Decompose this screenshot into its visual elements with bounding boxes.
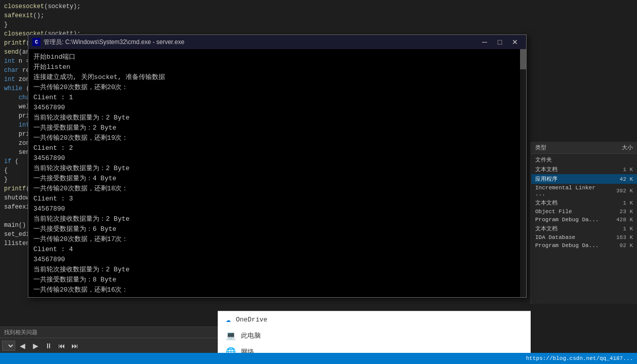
file-panel: 类型 大小 文件夹 文本文档 1 K 应用程序 42 K Incremental… [531, 142, 637, 304]
file-item-object[interactable]: Object File 23 K [531, 208, 637, 216]
file-item-text2[interactable]: 文本文档 1 K [531, 198, 637, 208]
scrollbar-thumb[interactable] [520, 49, 526, 69]
cmd-line-4: 一共传输20次数据，还剩20次： [33, 83, 521, 93]
file-item-linker[interactable]: Incremental Linker ... 392 K [531, 184, 637, 198]
cmd-line-11: 34567890 [33, 153, 521, 164]
cmd-line-8: 一共接受数据量为：2 Byte [33, 123, 521, 133]
file-tree-pc[interactable]: 💻 此电脑 [218, 328, 531, 344]
cmd-line-14: 一共传输20次数据，还剩18次： [33, 184, 521, 194]
toolbar-select[interactable] [2, 341, 15, 351]
minimize-button[interactable]: ─ [477, 36, 492, 48]
file-item-app[interactable]: 应用程序 42 K [531, 174, 637, 184]
toolbar-btn-1[interactable]: ◀ [16, 340, 28, 351]
pc-icon: 💻 [226, 331, 236, 341]
cmd-line-17: 当前轮次接收数据量为：2 Byte [33, 214, 521, 224]
toolbar-btn-4[interactable]: ⏮ [56, 340, 68, 351]
cmd-line-7: 当前轮次接收数据量为：2 Byte [33, 113, 521, 123]
cmd-line-21: 34567890 [33, 255, 521, 265]
cmd-line-18: 一共接受数据量为：6 Byte [33, 224, 521, 234]
cmd-line-23: 一共接受数据量为：8 Byte [33, 275, 521, 285]
file-item-pdb2[interactable]: Program Debug Da... 92 K [531, 241, 637, 250]
cmd-line-6: 34567890 [33, 103, 521, 113]
bottom-toolbar: ◀ ▶ ⏸ ⏮ ⏭ [0, 338, 218, 353]
file-tree-onedrive[interactable]: ☁ OneDrive [218, 311, 531, 328]
cmd-icon: C [32, 38, 41, 46]
maximize-button[interactable]: □ [493, 36, 507, 48]
toolbar-btn-5[interactable]: ⏭ [69, 340, 81, 351]
cmd-line-15: Client : 3 [33, 194, 521, 204]
cmd-line-12: 当前轮次接收数据量为：2 Byte [33, 164, 521, 174]
cmd-content[interactable]: 开始bind端口 开始listen 连接建立成功, 关闭socket, 准备传输… [28, 49, 526, 297]
file-item-text1[interactable]: 文本文档 1 K [531, 165, 637, 174]
file-item-pdb1[interactable]: Program Debug Da... 428 K [531, 216, 637, 224]
cmd-line-13: 一共接受数据量为：4 Byte [33, 174, 521, 184]
cmd-window: C 管理员: C:\Windows\System32\cmd.exe - ser… [28, 34, 527, 298]
file-panel-header: 类型 大小 [531, 142, 637, 154]
cmd-titlebar: C 管理员: C:\Windows\System32\cmd.exe - ser… [28, 35, 526, 49]
file-item-ida[interactable]: IDA Database 163 K [531, 233, 637, 241]
toolbar-btn-3[interactable]: ⏸ [43, 340, 55, 351]
cmd-line-25: Client : 5 [33, 295, 521, 297]
cmd-line-16: 34567890 [33, 204, 521, 214]
size-column-header: 大小 [603, 144, 633, 151]
cmd-line-22: 当前轮次接收数据量为：2 Byte [33, 265, 521, 275]
code-line: closesocket(sockety); [4, 2, 214, 11]
code-line: } [4, 20, 214, 29]
status-url: https://blog.csdn.net/qq_4187... [526, 355, 633, 361]
cmd-line-3: 连接建立成功, 关闭socket, 准备传输数据 [33, 72, 521, 83]
search-label: 找到相关问题 [4, 329, 37, 336]
cmd-line-19: 一共传输20次数据，还剩17次： [33, 234, 521, 245]
cmd-line-24: 一共传输20次数据，还剩16次： [33, 285, 521, 295]
cmd-line-20: Client : 4 [33, 245, 521, 255]
cmd-title: 管理员: C:\Windows\System32\cmd.exe - serve… [44, 38, 474, 47]
cmd-line-1: 开始bind端口 [33, 52, 521, 62]
toolbar-btn-2[interactable]: ▶ [29, 340, 42, 351]
file-item-text3[interactable]: 文本文档 1 K [531, 224, 637, 233]
cmd-line-2: 开始listen [33, 62, 521, 72]
status-bar: https://blog.csdn.net/qq_4187... [0, 353, 637, 364]
file-list: 文件夹 文本文档 1 K 应用程序 42 K Incremental Linke… [531, 154, 637, 251]
search-bar: 找到相关问题 [0, 327, 218, 338]
cmd-line-5: Client : 1 [33, 93, 521, 103]
code-line: safeexit(); [4, 11, 214, 20]
cmd-line-10: Client : 2 [33, 143, 521, 153]
close-button[interactable]: ✕ [508, 36, 522, 48]
cmd-controls: ─ □ ✕ [477, 36, 522, 48]
onedrive-icon: ☁ [226, 314, 231, 325]
scrollbar[interactable] [520, 49, 526, 297]
cmd-line-9: 一共传输20次数据，还剩19次： [33, 133, 521, 143]
onedrive-label: OneDrive [236, 316, 267, 323]
pc-label: 此电脑 [241, 331, 261, 340]
type-column-header: 类型 [535, 144, 603, 151]
file-item-folder[interactable]: 文件夹 [531, 155, 637, 165]
